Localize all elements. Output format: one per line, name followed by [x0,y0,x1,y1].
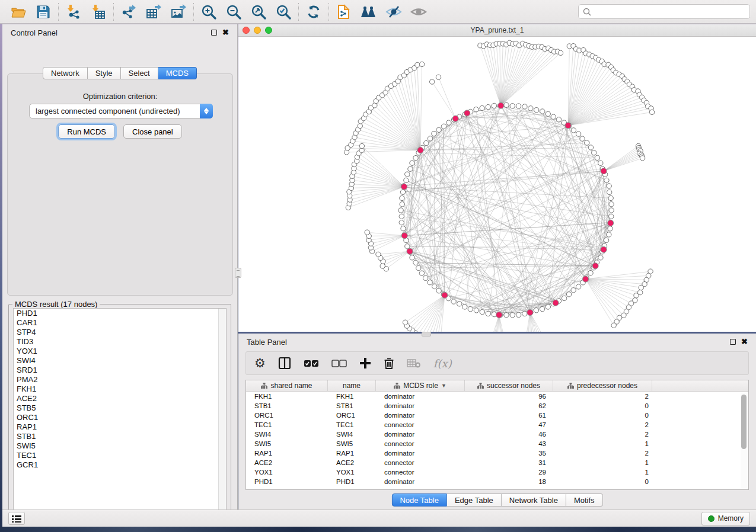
network-node[interactable] [546,111,550,116]
table-row[interactable]: ACE2ACE2connector311 [246,458,748,467]
network-node[interactable] [608,196,613,200]
close-panel-icon[interactable]: ✖ [222,30,229,36]
network-canvas[interactable] [238,37,756,332]
mcds-hub-node[interactable] [592,263,598,269]
network-node[interactable] [492,103,496,108]
memory-button[interactable]: Memory [701,512,750,525]
column-header-shared-name[interactable]: shared name [246,380,328,391]
mcds-hub-node[interactable] [583,276,589,282]
network-node[interactable] [405,172,410,177]
export-image-icon[interactable] [166,2,191,21]
network-node[interactable] [432,131,436,136]
network-node[interactable] [380,264,385,268]
network-node[interactable] [404,178,409,182]
network-node[interactable] [604,178,609,182]
network-node[interactable] [430,79,435,84]
column-header-predecessor-nodes[interactable]: predecessor nodes [553,380,652,391]
table-row[interactable]: PHD1PHD1dominator180 [246,477,748,486]
network-node[interactable] [607,190,611,194]
network-node[interactable] [571,128,576,133]
network-node[interactable] [546,305,550,309]
network-node[interactable] [436,127,441,132]
network-node[interactable] [522,104,527,109]
mcds-node-item[interactable]: SRD1 [14,366,226,375]
network-node[interactable] [571,288,576,293]
network-node[interactable] [510,104,515,108]
network-node[interactable] [401,226,406,230]
network-node[interactable] [441,124,446,129]
network-node[interactable] [428,136,432,141]
duplicate-network-icon[interactable] [331,2,356,21]
tab-edge-table[interactable]: Edge Table [447,493,502,507]
mcds-node-item[interactable]: ORC1 [14,413,226,422]
network-node[interactable] [486,104,490,109]
float-table-panel-icon[interactable] [730,339,736,345]
table-row[interactable]: STB1STB1dominator620 [246,401,748,411]
zoom-out-icon[interactable] [221,2,246,21]
mcds-list-scrollbar[interactable] [218,309,226,516]
mcds-hub-node[interactable] [496,312,502,318]
network-node[interactable] [474,107,479,111]
network-node[interactable] [428,280,432,284]
network-node[interactable] [566,292,571,297]
network-node[interactable] [576,132,580,136]
network-node[interactable] [403,320,407,325]
network-node[interactable] [486,311,490,316]
tab-node-table[interactable]: Node Table [391,493,447,507]
deselect-all-icon[interactable] [331,360,347,367]
table-row[interactable]: TEC1TEC1connector472 [246,420,748,430]
network-node[interactable] [534,107,538,112]
network-node[interactable] [540,109,545,114]
network-node[interactable] [462,305,467,309]
table-row[interactable]: SWI4SWI4dominator462 [246,430,748,439]
mcds-hub-node[interactable] [442,292,448,298]
network-node[interactable] [419,271,424,275]
network-node[interactable] [540,306,544,311]
network-node[interactable] [399,220,404,225]
delete-column-icon[interactable] [384,357,394,370]
network-node[interactable] [358,123,362,128]
zoom-fit-icon[interactable] [246,2,271,21]
column-header-successor-nodes[interactable]: successor nodes [465,380,553,391]
network-node[interactable] [598,161,603,165]
network-node[interactable] [522,311,527,316]
mcds-hub-node[interactable] [601,246,607,252]
mcds-hub-node[interactable] [401,184,407,190]
network-node[interactable] [639,285,643,290]
network-node[interactable] [588,145,593,150]
mcds-node-item[interactable]: TID3 [14,337,226,347]
mcds-hub-node[interactable] [601,168,607,174]
network-node[interactable] [611,323,616,328]
search-input[interactable] [594,8,745,16]
run-mcds-button[interactable]: Run MCDS [58,124,115,139]
mcds-node-item[interactable]: TEC1 [14,451,226,460]
network-node[interactable] [640,156,645,161]
network-node[interactable] [376,252,381,257]
network-node[interactable] [399,214,404,219]
network-node[interactable] [400,202,404,207]
network-node[interactable] [516,312,521,317]
table-settings-icon[interactable]: ⚙ [254,357,266,369]
network-node[interactable] [419,62,424,66]
save-session-icon[interactable] [31,2,56,21]
network-node[interactable] [604,238,608,242]
network-node[interactable] [534,308,538,313]
network-node[interactable] [504,102,509,107]
mcds-node-item[interactable]: ACE2 [14,394,226,403]
close-table-panel-icon[interactable]: ✖ [741,339,748,345]
network-node[interactable] [608,226,613,231]
column-header-name[interactable]: name [328,380,376,391]
network-node[interactable] [474,308,479,313]
mcds-node-item[interactable]: YOX1 [14,347,226,356]
import-network-icon[interactable] [61,2,86,21]
network-node[interactable] [408,166,413,171]
network-node[interactable] [607,184,611,188]
select-all-icon[interactable] [304,360,319,367]
table-row[interactable]: ORC1ORC1dominator610 [246,411,748,420]
tab-select[interactable]: Select [121,67,158,79]
network-node[interactable] [595,155,599,160]
network-node[interactable] [504,313,509,318]
export-network-icon[interactable] [116,2,141,21]
mcds-hub-node[interactable] [527,309,533,315]
network-node[interactable] [436,289,441,293]
